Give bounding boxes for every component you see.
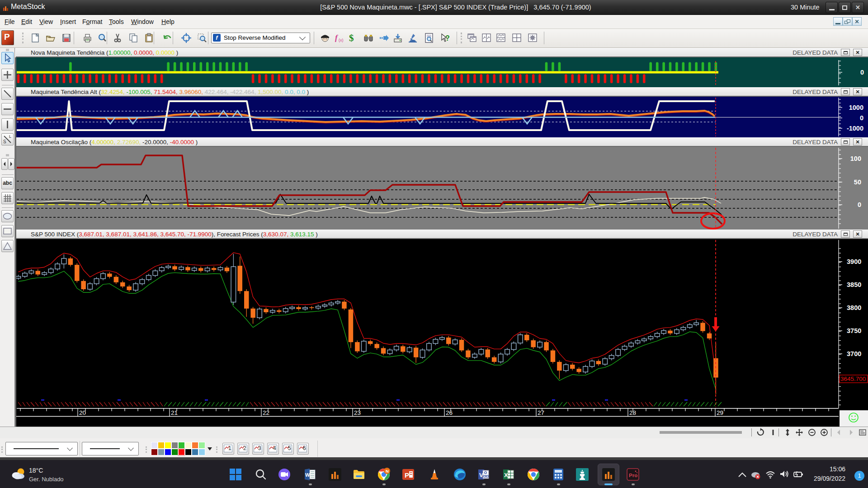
svg-text:21: 21 bbox=[171, 409, 178, 416]
svg-text:(x): (x) bbox=[339, 38, 344, 42]
svg-text:100: 100 bbox=[850, 155, 861, 162]
svg-text:f: f bbox=[335, 33, 339, 42]
svg-text:N: N bbox=[386, 469, 389, 474]
svg-text:?: ? bbox=[445, 34, 450, 42]
svg-text:0: 0 bbox=[858, 201, 861, 208]
svg-text:$: $ bbox=[349, 33, 354, 43]
svg-text:-1000: -1000 bbox=[847, 125, 863, 132]
svg-text:W: W bbox=[305, 472, 310, 478]
svg-text:3800: 3800 bbox=[847, 304, 861, 311]
svg-text:26: 26 bbox=[446, 409, 453, 416]
svg-text:23: 23 bbox=[354, 409, 361, 416]
svg-text:28: 28 bbox=[629, 409, 636, 416]
svg-text:3645.700: 3645.700 bbox=[840, 375, 866, 382]
svg-text:3700: 3700 bbox=[847, 350, 861, 357]
svg-text:3850: 3850 bbox=[847, 281, 861, 288]
svg-text:29: 29 bbox=[717, 409, 723, 416]
svg-text:50: 50 bbox=[854, 178, 861, 186]
svg-text:3900: 3900 bbox=[847, 258, 861, 265]
svg-text:3750: 3750 bbox=[847, 327, 861, 334]
svg-text:0: 0 bbox=[860, 114, 863, 122]
svg-text:27: 27 bbox=[538, 409, 544, 416]
svg-text:L: L bbox=[9, 134, 11, 139]
svg-text:P: P bbox=[405, 471, 409, 479]
svg-text:20: 20 bbox=[79, 409, 86, 416]
svg-text:22: 22 bbox=[263, 409, 269, 416]
svg-text:0: 0 bbox=[860, 69, 864, 76]
svg-text:S: S bbox=[3, 139, 6, 144]
svg-text:1000: 1000 bbox=[849, 104, 863, 111]
svg-text:Pro: Pro bbox=[629, 473, 637, 478]
